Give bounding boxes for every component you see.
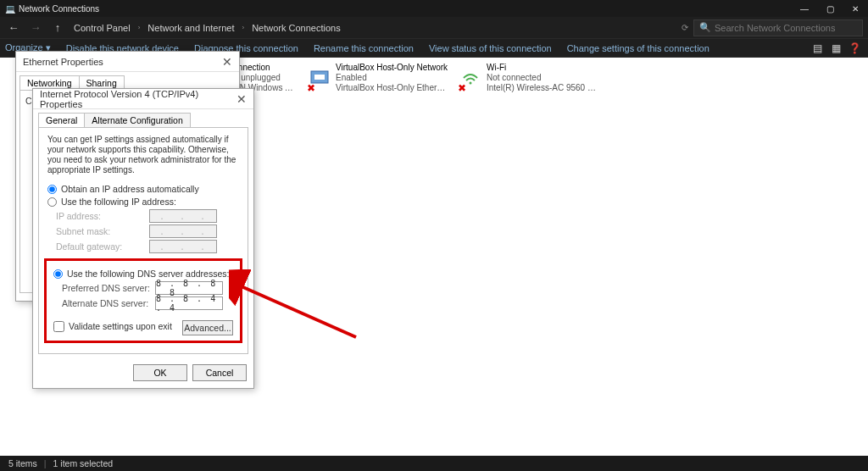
- net-icon: 💻: [5, 4, 15, 14]
- close-icon[interactable]: ✕: [222, 55, 232, 69]
- help-icon[interactable]: ❓: [848, 42, 861, 54]
- cancel-button[interactable]: Cancel: [192, 364, 247, 381]
- adapter-device: VirtualBox Host-Only Ethernet Ad...: [336, 83, 446, 93]
- minimize-button[interactable]: —: [792, 1, 817, 16]
- radio-ip-auto-label: Obtain an IP address automatically: [61, 184, 199, 194]
- view-icon[interactable]: ▤: [810, 42, 824, 54]
- status-bar: 5 items | 1 item selected: [0, 456, 868, 471]
- close-icon[interactable]: ✕: [236, 92, 247, 106]
- disconnected-icon: ✖: [458, 83, 466, 93]
- adapter-item[interactable]: ✖ VirtualBox Host-Only Network Enabled V…: [307, 63, 449, 93]
- svg-point-4: [470, 82, 472, 85]
- adapter-item[interactable]: ✖ Wi-Fi Not connected Intel(R) Wireless-…: [458, 63, 600, 93]
- gateway-label: Default gateway:: [56, 241, 149, 252]
- nav-back-button[interactable]: ←: [5, 21, 22, 34]
- pref-dns-label: Preferred DNS server:: [62, 283, 155, 293]
- ipv4-description: You can get IP settings assigned automat…: [47, 135, 239, 175]
- alt-dns-label: Alternate DNS server:: [62, 298, 155, 308]
- search-input[interactable]: [715, 23, 862, 33]
- refresh-button[interactable]: ⟳: [682, 23, 688, 32]
- dialog-title: Internet Protocol Version 4 (TCP/IPv4) P…: [40, 89, 236, 109]
- adapter-name: Wi-Fi: [487, 63, 597, 73]
- adapter-name: VirtualBox Host-Only Network: [336, 63, 448, 73]
- nav-up-button[interactable]: ↑: [49, 21, 66, 34]
- subnet-label: Subnet mask:: [56, 226, 149, 236]
- pref-dns-field[interactable]: 8 . 8 . 8 . 8: [155, 281, 223, 295]
- cmd-change[interactable]: Change settings of this connection: [567, 43, 709, 53]
- adapter-status: Not connected: [487, 73, 597, 83]
- close-button[interactable]: ✕: [843, 1, 868, 16]
- radio-ip-manual[interactable]: [47, 197, 57, 207]
- ip-address-field: . . .: [149, 209, 217, 223]
- chevron-right-icon: ›: [242, 24, 244, 31]
- dialog-title: Ethernet Properties: [23, 57, 103, 67]
- ip-address-label: IP address:: [56, 211, 149, 221]
- tab-general[interactable]: General: [38, 113, 85, 127]
- cmd-rename[interactable]: Rename this connection: [314, 43, 414, 53]
- status-items: 5 items: [8, 458, 37, 468]
- alt-dns-field[interactable]: 8 . 8 . 4 . 4: [155, 296, 223, 310]
- validate-on-exit-label: Validate settings upon exit: [69, 321, 172, 331]
- highlight-frame: Use the following DNS server addresses: …: [44, 258, 242, 343]
- ipv4-properties-dialog: Internet Protocol Version 4 (TCP/IPv4) P…: [32, 88, 254, 389]
- status-selected: 1 item selected: [53, 458, 114, 468]
- subnet-field: . . .: [149, 224, 217, 238]
- radio-ip-auto[interactable]: [47, 185, 57, 194]
- ok-button[interactable]: OK: [133, 364, 187, 381]
- chevron-right-icon: ›: [138, 24, 141, 31]
- window-title: Network Connections: [19, 4, 99, 14]
- adapter-status: Enabled: [336, 73, 446, 83]
- cmd-status[interactable]: View status of this connection: [429, 43, 552, 53]
- search-icon: 🔍: [699, 22, 711, 33]
- crumb-control-panel[interactable]: Control Panel: [71, 23, 133, 33]
- svg-line-5: [237, 285, 356, 337]
- radio-ip-manual-label: Use the following IP address:: [61, 197, 176, 207]
- pane-icon[interactable]: ▦: [829, 42, 843, 54]
- tab-alt-config[interactable]: Alternate Configuration: [84, 113, 190, 127]
- maximize-button[interactable]: ▢: [817, 1, 843, 16]
- search-box[interactable]: 🔍: [693, 19, 863, 36]
- crumb-net-internet[interactable]: Network and Internet: [145, 23, 236, 33]
- window-titlebar: 💻 Network Connections — ▢ ✕: [0, 0, 868, 17]
- address-bar: ← → ↑ Control Panel › Network and Intern…: [0, 17, 868, 39]
- crumb-net-connections[interactable]: Network Connections: [249, 23, 343, 33]
- content-area: ✖ Local Area Connection Network cable un…: [0, 58, 868, 456]
- adapter-device: Intel(R) Wireless-AC 9560 160MHz: [487, 83, 597, 93]
- advanced-button[interactable]: Advanced...: [182, 320, 233, 335]
- disconnected-icon: ✖: [307, 83, 315, 93]
- gateway-field: . . .: [149, 240, 217, 253]
- radio-dns-manual-label: Use the following DNS server addresses:: [67, 269, 229, 279]
- validate-on-exit-checkbox[interactable]: [53, 321, 64, 332]
- svg-rect-3: [314, 75, 325, 80]
- radio-dns-manual[interactable]: [53, 269, 63, 279]
- nav-fwd-button[interactable]: →: [27, 21, 44, 34]
